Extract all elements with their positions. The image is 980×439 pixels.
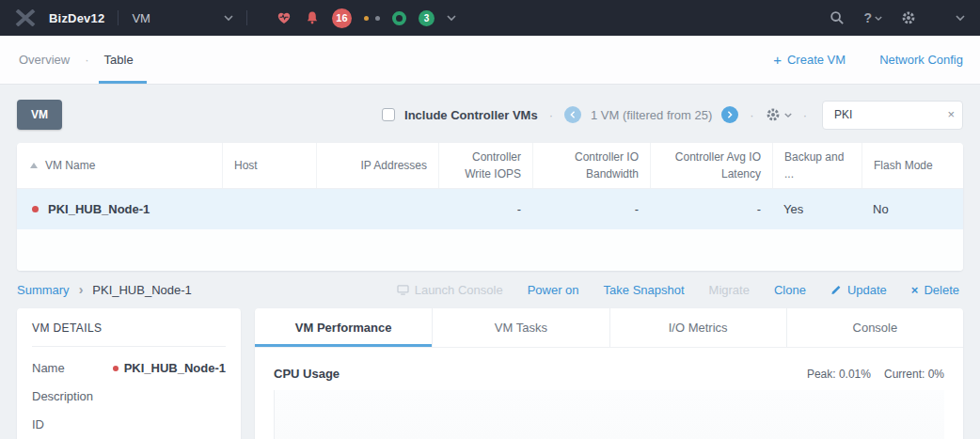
detail-row-name: Name PKI_HUB_Node-1: [32, 361, 226, 375]
detail-tabs: VM Performance VM Tasks I/O Metrics Cons…: [255, 308, 963, 348]
controller-write-iops-cell: -: [438, 202, 532, 216]
vm-details-title: VM DETAILS: [32, 321, 226, 347]
include-controller-vms-label: Include Controller VMs: [404, 108, 538, 122]
table-toolbar: VM Include Controller VMs · 1 VM (filter…: [0, 85, 980, 143]
migrate-button: Migrate: [709, 283, 750, 297]
breadcrumb-summary-link[interactable]: Summary: [17, 283, 70, 297]
chevron-left-icon: [569, 111, 577, 118]
separator-dot: ·: [748, 108, 755, 122]
divider: [246, 10, 247, 25]
column-header-host[interactable]: Host: [222, 143, 316, 188]
vm-table-header: VM Name Host IP Addresses Controller Wri…: [17, 143, 963, 189]
flash-mode-cell: No: [861, 202, 963, 216]
tab-io-metrics[interactable]: I/O Metrics: [609, 308, 786, 347]
vm-performance-panel: VM Performance VM Tasks I/O Metrics Cons…: [255, 308, 963, 439]
column-settings-menu[interactable]: [766, 107, 792, 122]
topbar-right-group: ?: [830, 10, 965, 25]
chevron-down-icon[interactable]: [447, 14, 456, 22]
vm-scope-button[interactable]: VM: [17, 100, 62, 130]
vm-table: VM Name Host IP Addresses Controller Wri…: [17, 143, 963, 271]
user-menu-chevron-icon[interactable]: [956, 14, 965, 22]
separator-dot: ·: [547, 108, 555, 122]
tab-console[interactable]: Console: [786, 308, 963, 347]
tab-table[interactable]: Table: [103, 53, 135, 67]
power-off-status-dot-icon: [113, 366, 119, 371]
tab-separator: ·: [85, 53, 88, 67]
power-on-button[interactable]: Power on: [528, 283, 579, 297]
clear-search-icon[interactable]: ×: [947, 107, 955, 121]
topbar: BizDev12 VM 16 3 ?: [0, 0, 980, 36]
divider: [118, 10, 119, 25]
description-label: Description: [32, 389, 93, 403]
table-row[interactable]: PKI_HUB_Node-1 - - - Yes No: [17, 189, 963, 229]
clone-button[interactable]: Clone: [774, 283, 806, 297]
tab-vm-performance[interactable]: VM Performance: [255, 308, 432, 347]
column-header-controller-avg-io-latency[interactable]: Controller Avg IO Latency: [650, 143, 772, 188]
brand-x-icon[interactable]: [15, 9, 36, 26]
id-label: ID: [32, 417, 44, 431]
take-snapshot-button[interactable]: Take Snapshot: [604, 283, 685, 297]
entity-menu-label: VM: [132, 11, 150, 25]
separator-dot: ·: [801, 108, 809, 122]
delete-button[interactable]: × Delete: [911, 283, 959, 297]
cpu-current-value: Current: 0%: [884, 368, 944, 381]
detail-panels: VM DETAILS Name PKI_HUB_Node-1 Descripti…: [17, 308, 963, 439]
breadcrumb-current-vm: PKI_HUB_Node-1: [92, 283, 192, 297]
info-dot-icon: [375, 16, 380, 21]
warning-dot-icon: [364, 16, 369, 21]
name-value: PKI_HUB_Node-1: [113, 361, 226, 375]
network-config-label: Network Config: [879, 53, 963, 67]
settings-gear-icon[interactable]: [901, 10, 916, 25]
column-header-controller-write-iops[interactable]: Controller Write IOPS: [438, 143, 532, 188]
search-icon[interactable]: [830, 10, 845, 25]
column-header-backup[interactable]: Backup and ...: [772, 143, 861, 188]
heartbeat-icon[interactable]: [276, 10, 292, 25]
health-ok-ring-icon[interactable]: [392, 11, 406, 25]
chevron-down-icon: [875, 15, 882, 22]
chevron-right-icon: [726, 111, 734, 118]
vm-search-input[interactable]: [822, 101, 963, 130]
vm-details-panel: VM DETAILS Name PKI_HUB_Node-1 Descripti…: [17, 308, 241, 439]
console-monitor-icon: [397, 285, 409, 295]
column-header-ip-addresses[interactable]: IP Addresses: [316, 143, 438, 188]
alert-count-badge[interactable]: 16: [332, 8, 352, 28]
include-controller-vms-checkbox[interactable]: [382, 108, 395, 121]
column-header-flash-mode[interactable]: Flash Mode: [861, 143, 963, 188]
pencil-icon: [830, 284, 842, 295]
filter-count-text: 1 VM (filtered from 25): [591, 108, 712, 122]
cpu-usage-title: CPU Usage: [274, 367, 340, 381]
health-status-group: 16 3: [276, 8, 456, 28]
tab-vm-tasks[interactable]: VM Tasks: [432, 308, 609, 347]
tab-overview[interactable]: Overview: [17, 53, 71, 67]
column-header-vm-name[interactable]: VM Name: [17, 157, 222, 174]
table-empty-area: [17, 229, 963, 271]
cpu-usage-chart: [274, 390, 944, 439]
network-config-button[interactable]: Network Config: [879, 53, 963, 67]
pager-prev-button[interactable]: [564, 106, 581, 123]
entity-menu[interactable]: VM: [132, 11, 233, 25]
chevron-down-icon: [224, 14, 233, 22]
vm-name-cell[interactable]: PKI_HUB_Node-1: [17, 202, 222, 216]
breadcrumb-chevron-icon: ›: [79, 282, 84, 297]
plus-icon: +: [773, 52, 782, 68]
task-count-badge[interactable]: 3: [419, 10, 435, 26]
backup-cell: Yes: [772, 202, 861, 216]
detail-row-description: Description: [32, 389, 226, 403]
view-navbar: Overview · Table + Create VM Network Con…: [0, 36, 980, 85]
column-header-controller-io-bandwidth[interactable]: Controller IO Bandwidth: [532, 143, 650, 188]
summary-bar: Summary › PKI_HUB_Node-1 Launch Console …: [0, 271, 980, 306]
vm-action-bar: Launch Console Power on Take Snapshot Mi…: [397, 283, 959, 297]
detail-row-id: ID: [32, 417, 226, 431]
sort-asc-icon: [30, 163, 38, 168]
cluster-name: BizDev12: [49, 11, 104, 25]
pager-next-button[interactable]: [721, 106, 738, 123]
chevron-down-icon: [784, 112, 792, 118]
cpu-peak-value: Peak: 0.01%: [807, 368, 871, 381]
create-vm-button[interactable]: + Create VM: [773, 52, 846, 68]
alerts-bell-icon[interactable]: [305, 10, 320, 25]
help-menu[interactable]: ?: [863, 10, 882, 25]
x-icon: ×: [911, 283, 919, 297]
controller-io-bandwidth-cell: -: [532, 202, 650, 216]
update-button[interactable]: Update: [830, 283, 887, 297]
controller-avg-io-latency-cell: -: [650, 202, 772, 216]
